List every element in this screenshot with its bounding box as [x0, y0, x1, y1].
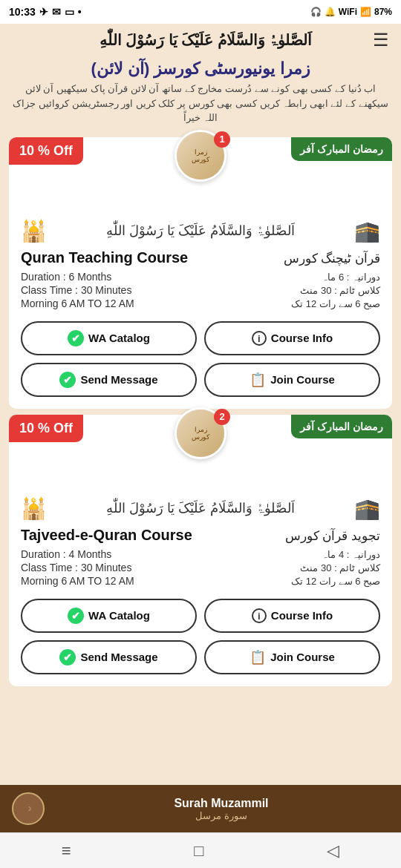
- telegram-icon: ✈: [39, 6, 48, 18]
- course-card-1: 10 % Off زمراکورس 1 رمضان المبارک آفر 🕌 …: [9, 137, 392, 409]
- course-info-label: Course Info: [271, 332, 333, 344]
- banner-subtitle: اب دُنیا کے کسی بھی کونے سے دُرست مخارج …: [12, 82, 389, 125]
- send-message-label: Send Message: [80, 373, 157, 386]
- course-info-button[interactable]: i Course Info: [204, 321, 380, 355]
- app-header: اَلصَّلوٰۃُ وَالسَّلَامُ عَلَیْکَ یَا رَ…: [0, 24, 401, 56]
- document-icon: 📋: [250, 649, 266, 665]
- audio-subtitle: سورة مرسل: [53, 810, 389, 821]
- send-message-2-label: Send Message: [80, 651, 157, 663]
- whatsapp-icon: ✔: [59, 649, 76, 665]
- timing-ur-1: صبح 6 سے رات 12 تک: [291, 298, 380, 309]
- course-info-2-label: Course Info: [271, 609, 333, 622]
- battery: 87%: [374, 7, 392, 17]
- banner-title: زمرا یونیورسٹی کورسز (آن لائن): [12, 59, 389, 79]
- signal-icon: 📶: [360, 7, 371, 17]
- card-buttons-1: ✔ WA Catalog i Course Info ✔ Send Messag…: [21, 321, 380, 397]
- avatar-badge-1: 1: [214, 131, 230, 148]
- audio-text: Surah Muzammil سورة مرسل: [53, 797, 389, 821]
- classtime-ur-2: کلاس ٹائم : 30 منٹ: [300, 562, 380, 573]
- classtime-en-2: Class Time : 30 Minutes: [21, 562, 131, 573]
- info-icon: i: [252, 331, 267, 346]
- card-body-2: Tajveed-e-Quran Course تجوید قرآن کورس D…: [9, 527, 392, 587]
- classtime-row-1: Class Time : 30 Minutes کلاس ٹائم : 30 م…: [21, 284, 380, 296]
- duration-row-1: Duration : 6 Months دورانیہ : 6 ماہ: [21, 271, 380, 283]
- timing-row-2: Morning 6 AM TO 12 AM صبح 6 سے رات 12 تک: [21, 575, 380, 587]
- header-title: اَلصَّلوٰۃُ وَالسَّلَامُ عَلَیْکَ یَا رَ…: [39, 31, 373, 49]
- timing-ur-2: صبح 6 سے رات 12 تک: [291, 576, 380, 587]
- send-message-2-button[interactable]: ✔ Send Message: [21, 640, 197, 674]
- join-course-2-button[interactable]: 📋 Join Course: [204, 640, 380, 674]
- nav-back[interactable]: ◁: [327, 841, 339, 861]
- card-body-1: Quran Teaching Course قرآن ٹیچنگ کورس Du…: [9, 249, 392, 309]
- document-icon: 📋: [250, 372, 266, 388]
- join-course-label: Join Course: [270, 373, 335, 386]
- mosque-left-icon: 🕌: [21, 219, 47, 243]
- whatsapp-icon: ✔: [59, 372, 76, 388]
- course-info-2-button[interactable]: i Course Info: [204, 599, 380, 633]
- status-bar: 10:33 ✈ ✉ ▭ • 🎧 🔔 WiFi 📶 87%: [0, 0, 401, 24]
- duration-ur-1: دورانیہ : 6 ماہ: [322, 272, 380, 283]
- wa-catalog-2-button[interactable]: ✔ WA Catalog: [21, 599, 197, 633]
- send-message-button[interactable]: ✔ Send Message: [21, 363, 197, 397]
- card-top-2: 10 % Off زمراکورس 2 رمضان المبارک آفر: [9, 415, 392, 459]
- duration-en-1: Duration : 6 Months: [21, 271, 111, 283]
- mosque-right-icon: 🕋: [354, 496, 380, 521]
- badge-ramadan-1: رمضان المبارک آفر: [291, 137, 392, 161]
- audio-logo: ☽: [12, 792, 45, 825]
- card-arabic-header-1: 🕌 اَلصَّلوٰۃُ وَالسَّلَامُ عَلَیْکَ یَا …: [9, 182, 392, 249]
- duration-row-2: Duration : 4 Months دورانیہ : 4 ماہ: [21, 548, 380, 560]
- course-card-2: 10 % Off زمراکورس 2 رمضان المبارک آفر 🕌 …: [9, 415, 392, 686]
- classtime-en-1: Class Time : 30 Minutes: [21, 284, 131, 296]
- wa-catalog-label: WA Catalog: [88, 332, 150, 344]
- mosque-right-icon: 🕋: [354, 219, 380, 243]
- mute-icon: 🔔: [325, 7, 336, 17]
- course-title-en-1: Quran Teaching Course: [21, 249, 188, 266]
- timing-en-1: Morning 6 AM TO 12 AM: [21, 297, 134, 309]
- nav-bar: ≡ □ ◁: [0, 832, 401, 868]
- time: 10:33: [9, 6, 36, 18]
- whatsapp-icon: ✔: [68, 330, 84, 346]
- nav-home[interactable]: □: [194, 841, 203, 861]
- audio-title: Surah Muzammil: [53, 797, 389, 810]
- courses-container: 10 % Off زمراکورس 1 رمضان المبارک آفر 🕌 …: [0, 137, 401, 686]
- course-title-ur-1: قرآن ٹیچنگ کورس: [284, 251, 380, 266]
- message-icon: ✉: [52, 6, 61, 18]
- course-title-ur-2: تجوید قرآن کورس: [285, 528, 380, 544]
- status-right: 🎧 🔔 WiFi 📶 87%: [310, 7, 392, 17]
- audio-bar[interactable]: ☽ Surah Muzammil سورة مرسل: [0, 785, 401, 832]
- wa-catalog-button[interactable]: ✔ WA Catalog: [21, 321, 197, 355]
- main-banner: زمرا یونیورسٹی کورسز (آن لائن) اب دُنیا …: [0, 56, 401, 131]
- course-title-row-2: Tajveed-e-Quran Course تجوید قرآن کورس: [21, 527, 380, 544]
- join-course-2-label: Join Course: [270, 651, 335, 663]
- whatsapp-icon: ✔: [68, 608, 84, 624]
- card-top-1: 10 % Off زمراکورس 1 رمضان المبارک آفر: [9, 137, 392, 182]
- headphone-icon: 🎧: [310, 7, 322, 17]
- card-arabic-header-2: 🕌 اَلصَّلوٰۃُ وَالسَّلَامُ عَلَیْکَ یَا …: [9, 459, 392, 527]
- timing-en-2: Morning 6 AM TO 12 AM: [21, 575, 134, 587]
- join-course-button[interactable]: 📋 Join Course: [204, 363, 380, 397]
- mosque-left-icon: 🕌: [21, 496, 47, 521]
- dot-indicator: •: [78, 6, 82, 18]
- badge-off-1: 10 % Off: [9, 137, 83, 165]
- classtime-row-2: Class Time : 30 Minutes کلاس ٹائم : 30 م…: [21, 562, 380, 573]
- duration-ur-2: دورانیہ : 4 ماہ: [322, 549, 380, 560]
- course-title-en-2: Tajveed-e-Quran Course: [21, 527, 192, 544]
- card-buttons-2: ✔ WA Catalog i Course Info ✔ Send Messag…: [21, 599, 380, 674]
- avatar-badge-2: 2: [214, 409, 230, 425]
- timing-row-1: Morning 6 AM TO 12 AM صبح 6 سے رات 12 تک: [21, 297, 380, 309]
- duration-en-2: Duration : 4 Months: [21, 548, 111, 560]
- badge-ramadan-2: رمضان المبارک آفر: [291, 415, 392, 438]
- info-icon: i: [252, 608, 267, 623]
- menu-button[interactable]: ☰: [373, 30, 389, 50]
- arabic-text-1: اَلصَّلوٰۃُ وَالسَّلَامُ عَلَیْکَ یَا رَ…: [47, 223, 354, 239]
- arabic-text-2: اَلصَّلوٰۃُ وَالسَّلَامُ عَلَیْکَ یَا رَ…: [47, 500, 354, 516]
- wa-catalog-2-label: WA Catalog: [88, 609, 150, 622]
- nav-menu[interactable]: ≡: [62, 841, 71, 861]
- badge-off-2: 10 % Off: [9, 415, 83, 442]
- wifi-icon: WiFi: [339, 7, 357, 17]
- classtime-ur-1: کلاس ٹائم : 30 منٹ: [300, 285, 380, 296]
- status-left: 10:33 ✈ ✉ ▭ •: [9, 6, 82, 18]
- screen-icon: ▭: [65, 6, 74, 18]
- course-title-row-1: Quran Teaching Course قرآن ٹیچنگ کورس: [21, 249, 380, 266]
